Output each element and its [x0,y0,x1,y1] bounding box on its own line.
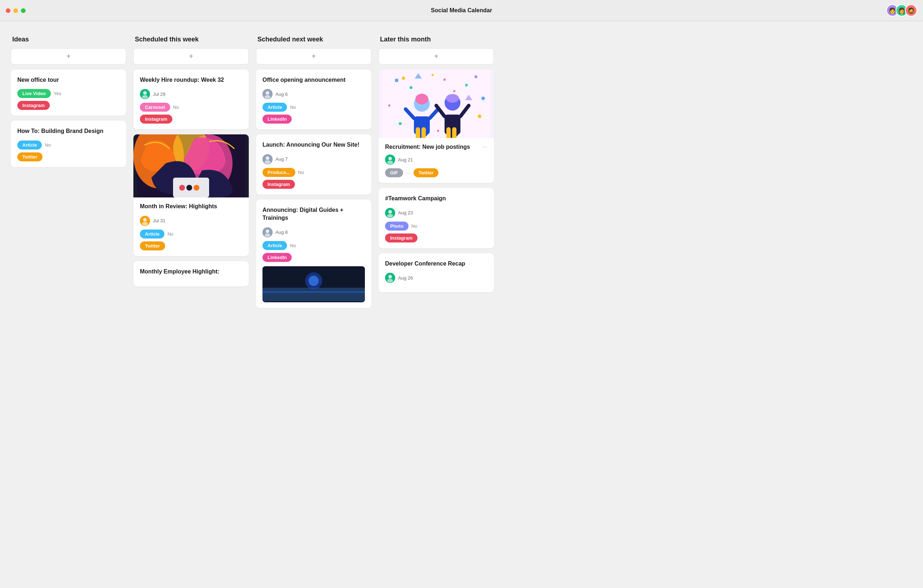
card-bool: No [290,243,296,248]
avatar [263,227,273,237]
minimize-button[interactable] [13,8,18,13]
svg-point-29 [395,79,398,82]
column-header: Scheduled this week [133,36,249,43]
card-tags-row2: Twitter [17,152,120,161]
close-button[interactable] [6,8,10,13]
card-monthly-employee: Monthly Employee Highlight: [133,261,249,287]
svg-point-43 [416,94,428,105]
card-title: How To: Building Brand Design [17,127,120,135]
card-bool: No [167,231,173,237]
tag-linkedin: LinkedIn [263,115,292,124]
svg-point-32 [410,86,412,89]
card-title: Recruitment: New job postings [385,143,470,151]
card-tags: Article No [17,141,120,149]
svg-point-22 [264,233,270,237]
svg-point-19 [264,161,270,164]
svg-point-35 [388,105,391,106]
card-bool: No [290,105,296,110]
svg-point-68 [387,279,393,282]
card-bool: No [173,105,179,110]
card-meta: Jul 29 [140,89,242,99]
svg-point-58 [478,115,481,118]
card-bool: No [298,170,304,175]
tag-produce: Produce... [263,168,295,177]
card-date: Jul 31 [153,218,166,223]
add-next-week-button[interactable]: + [256,48,371,64]
tag-instagram: Instagram [385,233,417,242]
tag-article: Article [140,229,164,239]
card-tags-row2: Twitter [140,241,242,251]
column-scheduled-next-week: Scheduled next week + Office opening ann… [256,36,371,313]
card-bottom-image [263,266,365,302]
titlebar: Social Media Calendar 🧑 👩 🧔 [0,0,923,21]
card-meta: Aug 26 [385,273,488,283]
maximize-button[interactable] [21,8,26,13]
card-bool: Yes [54,91,61,96]
more-options-button[interactable]: ··· [482,143,488,151]
svg-rect-54 [452,127,457,138]
svg-rect-25 [263,291,365,293]
card-date: Jul 29 [153,92,166,97]
card-dev-conference: Developer Conference Recap Aug 26 [379,253,494,292]
card-title: Office opening announcement [263,76,365,84]
card-title: Launch: Announcing Our New Site! [263,141,365,149]
user-avatars: 🧑 👩 🧔 [886,4,917,16]
card-title: Month in Review: Highlights [140,203,242,210]
svg-point-2 [142,95,148,99]
tag-linkedin: LinkedIn [263,253,292,262]
card-date: Aug 7 [276,156,288,162]
card-tags-row2: Instagram [140,115,242,124]
card-new-office-tour: New office tour Live Video Yes Instagram [11,70,126,116]
avatar [263,154,273,164]
tag-carousel: Carousel [140,103,170,112]
svg-point-12 [143,218,147,221]
column-header: Scheduled next week [256,36,371,43]
card-tags: Live Video Yes [17,89,120,98]
avatar [385,208,395,218]
card-date: Aug 6 [276,92,288,97]
tag-twitter: Twitter [140,241,165,251]
card-tags: GIF — Twitter [385,168,488,177]
svg-point-59 [437,130,439,132]
svg-point-16 [264,95,270,99]
card-title: Weekly Hire roundup: Week 32 [140,76,242,84]
card-date: Aug 8 [276,229,288,235]
tag-article: Article [263,103,287,112]
card-image [133,134,249,197]
card-tags: Article No [263,241,365,250]
tag-live-video: Live Video [17,89,51,98]
card-title: Developer Conference Recap [385,260,488,268]
card-how-to-brand: How To: Building Brand Design Article No… [11,121,126,167]
card-date: Aug 21 [398,157,413,162]
column-later-this-month: Later this month + [379,36,494,297]
svg-point-21 [266,229,269,233]
add-scheduled-this-week-button[interactable]: + [133,48,249,64]
card-body: Recruitment: New job postings ··· Aug 21 [379,138,494,183]
svg-point-27 [309,276,319,286]
add-idea-button[interactable]: + [11,48,126,64]
svg-rect-45 [416,127,420,138]
avatar [385,273,395,283]
svg-point-61 [388,157,392,161]
svg-rect-46 [422,127,426,138]
card-meta: Jul 31 [140,216,242,226]
card-date: Aug 23 [398,210,413,215]
svg-point-64 [388,210,392,214]
svg-point-8 [179,185,185,191]
avatar [263,89,273,99]
tag-instagram: Instagram [140,115,172,124]
card-meta: Aug 8 [263,227,365,237]
card-bool: No [45,142,51,148]
card-tags: Produce... No [263,168,365,177]
tag-article: Article [263,241,287,250]
card-meta: Aug 23 [385,208,488,218]
svg-point-30 [475,75,477,78]
tag-photo: Photo [385,221,409,231]
add-later-button[interactable]: + [379,48,494,64]
card-tags-row2: LinkedIn [263,115,365,124]
tag-twitter: Twitter [414,168,439,177]
avatar [385,155,395,165]
avatar [140,89,150,99]
card-date: Aug 26 [398,275,413,281]
column-scheduled-this-week: Scheduled this week + Weekly Hire roundu… [133,36,249,292]
